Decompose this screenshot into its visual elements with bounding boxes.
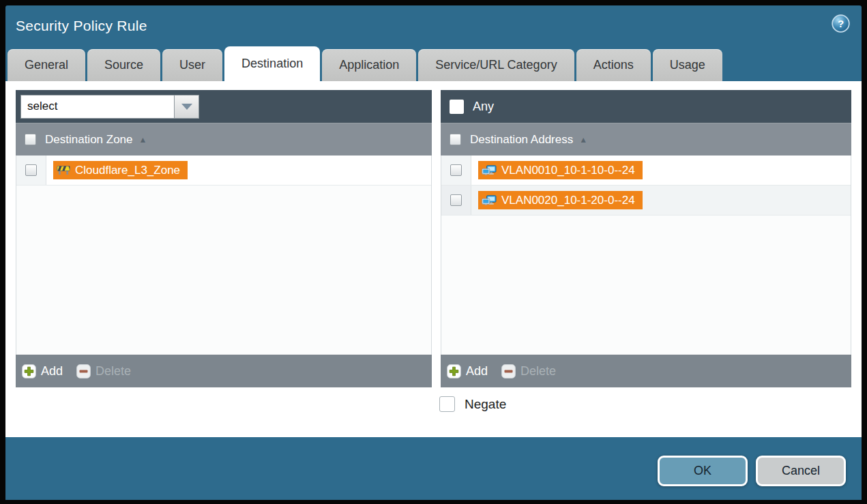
- row-checkbox-cell: [16, 155, 46, 185]
- tab-bar: GeneralSourceUserDestinationApplicationS…: [8, 46, 862, 81]
- add-zone-button[interactable]: Add: [22, 364, 63, 379]
- dialog-title: Security Policy Rule: [16, 18, 147, 34]
- zone-filter-input[interactable]: [20, 95, 174, 119]
- address-chip[interactable]: VLAN0010_10-1-10-0--24: [478, 161, 643, 179]
- row-checkbox[interactable]: [25, 164, 37, 176]
- tab-destination[interactable]: Destination: [224, 46, 320, 81]
- address-panel-footer: Add Delete: [441, 355, 851, 387]
- delete-zone-button[interactable]: Delete: [76, 364, 131, 379]
- zone-icon: [57, 165, 70, 175]
- row-label: Cloudflare_L3_Zone: [75, 164, 180, 177]
- any-address-label: Any: [473, 100, 494, 114]
- row-checkbox-cell: [441, 155, 471, 185]
- row-label: VLAN0010_10-1-10-0--24: [501, 164, 635, 177]
- zone-filter-dropdown-button[interactable]: [174, 95, 199, 119]
- dialog-titlebar: Security Policy Rule ?: [5, 5, 862, 46]
- zone-chip[interactable]: Cloudflare_L3_Zone: [53, 161, 188, 179]
- minus-icon: [501, 364, 516, 379]
- delete-address-button[interactable]: Delete: [501, 364, 556, 379]
- destination-tab-content: Destination Zone ▲ Cloudflare_L3_Zone Ad…: [5, 81, 862, 437]
- row-checkbox[interactable]: [450, 164, 462, 176]
- tab-service-url-category[interactable]: Service/URL Category: [418, 49, 574, 81]
- help-icon[interactable]: ?: [832, 14, 850, 33]
- dialog-footer: OK Cancel: [5, 437, 862, 500]
- address-panel-toolbar: Any: [441, 90, 851, 123]
- tab-source[interactable]: Source: [87, 49, 160, 81]
- ok-button[interactable]: OK: [658, 456, 748, 486]
- add-address-button[interactable]: Add: [447, 364, 488, 379]
- any-address-checkbox[interactable]: [450, 100, 464, 114]
- zone-column-header[interactable]: Destination Zone ▲: [16, 123, 432, 155]
- sort-ascending-icon: ▲: [139, 135, 147, 145]
- table-row[interactable]: Cloudflare_L3_Zone: [16, 155, 431, 186]
- tab-general[interactable]: General: [8, 49, 85, 81]
- select-all-addresses-checkbox[interactable]: [450, 134, 461, 145]
- destination-address-panel: Any Destination Address ▲ VLAN0010_10-1-…: [441, 90, 851, 387]
- table-row[interactable]: VLAN0010_10-1-10-0--24: [441, 155, 851, 186]
- zone-panel-footer: Add Delete: [16, 355, 432, 387]
- zone-filter-combobox: [20, 95, 199, 119]
- address-list: VLAN0010_10-1-10-0--24VLAN0020_10-1-20-0…: [441, 155, 851, 355]
- negate-label: Negate: [465, 397, 506, 412]
- table-row[interactable]: VLAN0020_10-1-20-0--24: [441, 186, 851, 216]
- zone-panel-toolbar: [16, 90, 432, 123]
- address-chip[interactable]: VLAN0020_10-1-20-0--24: [478, 191, 643, 209]
- chevron-down-icon: [181, 104, 192, 110]
- cancel-button[interactable]: Cancel: [756, 456, 846, 486]
- plus-icon: [447, 364, 461, 379]
- row-label: VLAN0020_10-1-20-0--24: [501, 194, 635, 207]
- svg-text:?: ?: [838, 18, 844, 29]
- address-column-header[interactable]: Destination Address ▲: [441, 123, 851, 155]
- address-column-label: Destination Address: [470, 133, 573, 147]
- tab-actions[interactable]: Actions: [576, 49, 651, 81]
- address-icon: [482, 165, 497, 176]
- tab-usage[interactable]: Usage: [653, 49, 722, 81]
- tab-application[interactable]: Application: [322, 49, 416, 81]
- zone-list: Cloudflare_L3_Zone: [16, 155, 432, 355]
- negate-checkbox[interactable]: [439, 396, 455, 412]
- minus-icon: [76, 364, 91, 379]
- address-icon: [482, 195, 497, 206]
- negate-option: Negate: [439, 396, 506, 412]
- sort-ascending-icon: ▲: [579, 135, 587, 145]
- zone-column-label: Destination Zone: [45, 133, 133, 147]
- row-checkbox-cell: [441, 186, 471, 215]
- tab-user[interactable]: User: [162, 49, 222, 81]
- plus-icon: [22, 364, 36, 379]
- destination-zone-panel: Destination Zone ▲ Cloudflare_L3_Zone Ad…: [16, 90, 432, 387]
- row-checkbox[interactable]: [450, 194, 462, 206]
- security-policy-rule-dialog: Security Policy Rule ? GeneralSourceUser…: [5, 5, 862, 500]
- select-all-zones-checkbox[interactable]: [25, 134, 36, 145]
